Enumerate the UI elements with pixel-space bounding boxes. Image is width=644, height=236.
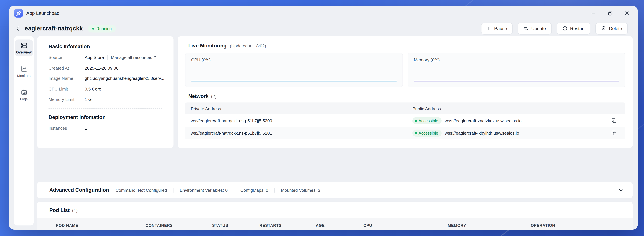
sidebar-item-monitors[interactable]: Monitors: [15, 63, 33, 80]
network-table-header: Private Address Public Address: [185, 103, 626, 115]
pod-list-title: Pod List: [49, 207, 70, 213]
network-table: Private Address Public Address ws://eagl…: [185, 103, 626, 139]
minimize-icon[interactable]: [590, 10, 597, 17]
pod-table-header: POD NAME CONTAINERS STATUS RESTARTS AGE …: [37, 218, 633, 229]
arrow-up-right-icon: [154, 56, 157, 59]
advanced-configuration-bar[interactable]: Advanced Configuration Command: Not Conf…: [37, 182, 633, 198]
col-operation: OPERATION: [531, 223, 633, 227]
col-pod-name: POD NAME: [56, 223, 146, 227]
trash-icon: [601, 26, 606, 31]
delete-label: Delete: [609, 26, 622, 31]
row-value: App Store: [85, 55, 104, 60]
cpu-chart: CPU (0%): [185, 53, 403, 87]
info-row-cpu-limit: CPU Limit 0.5 Core: [48, 86, 162, 91]
accessible-label: Accessible: [418, 131, 438, 135]
public-address[interactable]: wss://eaglercraft-znatzkqz.usw.sealos.io: [445, 118, 522, 123]
col-restarts: RESTARTS: [260, 223, 316, 227]
copy-icon[interactable]: [612, 118, 626, 123]
accessible-label: Accessible: [418, 118, 438, 123]
cpu-chart-line: [191, 81, 397, 82]
restore-icon[interactable]: [607, 10, 614, 17]
copy-icon[interactable]: [612, 130, 626, 136]
adv-item-env-vars: Environment Variables: 0: [180, 188, 228, 192]
monitoring-card: Live Monitoring (Updated At 18:02) CPU (…: [178, 36, 633, 148]
content-area: Overview Monitors Logs Basic Infoma: [9, 36, 638, 229]
sidebar-label-monitors: Monitors: [17, 74, 30, 78]
advanced-configuration-title: Advanced Configuration: [49, 187, 109, 193]
divider: [234, 188, 234, 192]
status-dot-icon: [415, 119, 417, 122]
adv-item-volumes: Mounted Volumes: 3: [281, 188, 320, 192]
pod-list-count: (1): [72, 208, 78, 213]
network-row: ws://eaglercraft-natrqckk.ns-p51b7jj5:52…: [185, 114, 626, 127]
manage-link-label: Manage all resources: [111, 55, 152, 60]
chevron-down-icon[interactable]: [618, 187, 624, 193]
delete-button[interactable]: Delete: [596, 22, 628, 34]
private-address: ws://eaglercraft-natrqckk.ns-p51b7jj5:52…: [191, 118, 412, 123]
update-button[interactable]: Update: [518, 22, 552, 34]
desktop-wallpaper: App Launchpad: [0, 0, 644, 236]
update-label: Update: [531, 26, 546, 31]
sidebar-label-overview: Overview: [16, 50, 32, 54]
pause-button[interactable]: Pause: [481, 22, 513, 34]
public-address[interactable]: wss://eaglercraft-lkbyihth.usw.sealos.io: [445, 130, 519, 135]
network-row: ws://eaglercraft-natrqckk.ns-p51b7jj5:52…: [185, 127, 626, 139]
memory-chart-line: [414, 81, 619, 82]
back-chevron-icon[interactable]: [15, 25, 21, 32]
basic-info-title: Basic Infomation: [48, 44, 162, 49]
col-containers: CONTAINERS: [146, 223, 212, 227]
network-title: Network: [188, 94, 208, 99]
deployment-info-title: Deployment Infomation: [48, 114, 162, 120]
row-label: Memory Limit: [48, 97, 85, 102]
status-dot-icon: [92, 27, 94, 30]
private-address: ws://eaglercraft-natrqckk.ns-p51b7jj5:52…: [191, 130, 412, 135]
restart-button[interactable]: Restart: [556, 22, 590, 34]
adv-item-command: Command: Not Configured: [116, 188, 167, 192]
sidebar-item-logs[interactable]: Logs: [15, 86, 33, 103]
live-monitoring-title: Live Monitoring: [188, 43, 226, 49]
status-label: Running: [96, 26, 112, 31]
pod-list-card: Pod List (1) POD NAME CONTAINERS STATUS …: [37, 202, 633, 229]
server-stack-icon: [20, 42, 28, 49]
app-launchpad-window: App Launchpad: [9, 6, 638, 229]
divider: [274, 188, 275, 192]
restart-label: Restart: [570, 26, 585, 31]
cpu-chart-label: CPU (0%): [191, 57, 211, 62]
sidebar-label-logs: Logs: [20, 97, 28, 101]
window-titlebar: App Launchpad: [9, 6, 638, 21]
col-private-address: Private Address: [191, 106, 412, 111]
row-label: Created At: [48, 65, 85, 70]
row-label: Source: [48, 55, 85, 60]
window-controls: [590, 10, 630, 17]
app-identity: App Launchpad: [14, 9, 59, 18]
sidebar-item-overview[interactable]: Overview: [15, 40, 33, 57]
accessible-badge: Accessible: [412, 129, 442, 136]
row-label: CPU Limit: [48, 86, 85, 91]
info-row-instances: Instances 1: [48, 125, 162, 130]
calendar-log-icon: [20, 89, 28, 96]
col-cpu: CPU: [364, 223, 448, 227]
rocket-icon: [14, 9, 23, 18]
row-value: 2025-11-20 09:06: [85, 65, 118, 70]
divider: [173, 188, 174, 192]
col-status: STATUS: [212, 223, 260, 227]
adv-item-configmaps: ConfigMaps: 0: [240, 188, 268, 192]
basic-info-card: Basic Infomation Source App Store Manage…: [37, 36, 174, 148]
close-icon[interactable]: [624, 10, 630, 17]
info-row-source: Source App Store Manage all resources: [48, 55, 162, 60]
window-title: App Launchpad: [26, 11, 59, 16]
row-label: Instances: [48, 125, 85, 130]
row-value: ghcr.io/yangchuansheng/eaglerx1.8serv...: [85, 76, 164, 81]
memory-chart-label: Memory (0%): [414, 57, 440, 62]
col-age: AGE: [316, 223, 364, 227]
header-actions: Pause Update Restart: [481, 22, 628, 34]
divider: [107, 55, 108, 60]
status-dot-icon: [415, 132, 417, 134]
info-row-memory-limit: Memory Limit 1 Gi: [48, 97, 162, 102]
info-row-image: Image Name ghcr.io/yangchuansheng/eagler…: [48, 76, 162, 81]
pause-icon: [487, 26, 492, 31]
status-badge: Running: [88, 25, 116, 33]
manage-all-resources-link[interactable]: Manage all resources: [111, 55, 157, 60]
col-memory: MEMORY: [448, 223, 531, 227]
section-divider: [48, 108, 162, 109]
